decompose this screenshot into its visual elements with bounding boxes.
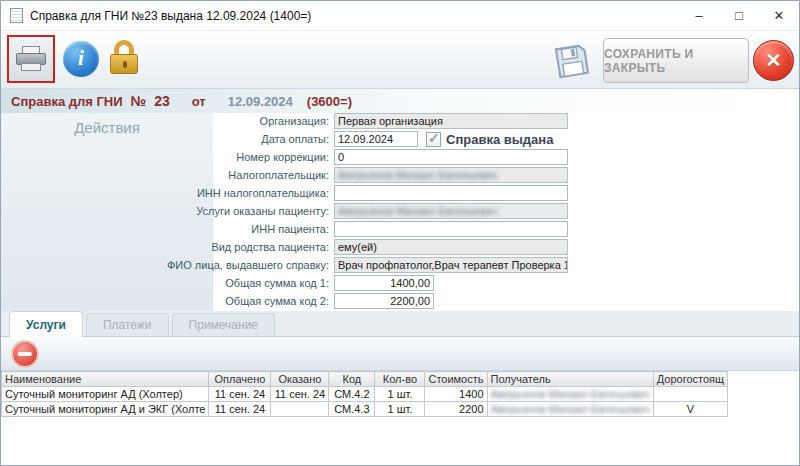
total-code1-field[interactable]: 1400,00 xyxy=(334,275,434,291)
cell-paid: 11 сен. 24 xyxy=(209,402,271,417)
services-table: Наименование Оплачено Оказано Код Кол-во… xyxy=(1,371,728,417)
close-icon: ✕ xyxy=(766,49,782,72)
cell-done: 11 сен. 24 xyxy=(271,387,329,402)
cell-done xyxy=(271,402,329,417)
check-icon: ✓ xyxy=(428,130,440,146)
toolbar: i СОХРАНИТЬ И ЗАКРЫТЬ ✕ xyxy=(1,31,799,89)
cell-code: СМ.4.3 xyxy=(329,402,375,417)
table-row[interactable]: Суточный мониторинг АД (Холтер) 11 сен. … xyxy=(2,387,728,402)
save-and-close-button[interactable]: СОХРАНИТЬ И ЗАКРЫТЬ xyxy=(603,38,749,83)
doc-number-label: № xyxy=(131,93,147,109)
doc-number: 23 xyxy=(154,93,170,109)
floppy-icon xyxy=(548,37,596,85)
payment-date-field[interactable]: 12.09.2024 xyxy=(334,131,418,147)
tab-bar: Услуги Платежи Примечание xyxy=(1,311,799,337)
remove-row-button[interactable] xyxy=(11,340,39,368)
field-label: ФИО лица, выдавшего справку: xyxy=(1,259,334,271)
cell-recipient: Аверьянов Михаил Евгеньевич xyxy=(487,402,653,417)
patient-field[interactable]: Аверьянов Михаил Евгеньевич xyxy=(334,203,568,219)
cell-expensive: V xyxy=(653,402,727,417)
field-label: ИНН налогоплательщика: xyxy=(1,187,334,199)
table-row[interactable]: Суточный мониторинг АД и ЭКГ (Холте 11 с… xyxy=(2,402,728,417)
column-header: Оплачено xyxy=(209,372,271,387)
close-button[interactable]: ✕ xyxy=(753,40,794,81)
cell-recipient: Аверьянов Михаил Евгеньевич xyxy=(487,387,653,402)
field-label: Вид родства пациента: xyxy=(1,241,334,253)
app-icon xyxy=(10,8,23,23)
column-header: Кол-во xyxy=(375,372,425,387)
redacted-name: Аверьянов Михаил Евгеньевич xyxy=(338,205,497,217)
cell-qty: 1 шт. xyxy=(375,387,425,402)
field-label: Услуги оказаны пациенту: xyxy=(1,205,334,217)
redacted-name: Аверьянов Михаил Евгеньевич xyxy=(491,388,650,400)
column-header: Получатель xyxy=(487,372,653,387)
lock-button[interactable] xyxy=(105,39,143,79)
field-label: Организация: xyxy=(1,115,334,127)
minus-icon xyxy=(18,352,32,356)
organization-field[interactable]: Первая организация xyxy=(334,113,568,129)
column-header: Наименование xyxy=(2,372,209,387)
table-header-row: Наименование Оплачено Оказано Код Кол-во… xyxy=(2,372,728,387)
field-label: Общая сумма код 1: xyxy=(1,277,334,289)
field-label: ИНН пациента: xyxy=(1,223,334,235)
column-header: Стоимость xyxy=(425,372,487,387)
doc-header-prefix: Справка для ГНИ xyxy=(11,94,123,109)
issuer-name-field[interactable]: Врач профпатолог,Врач терапевт Проверка … xyxy=(334,257,568,273)
field-label: Налогоплательщик: xyxy=(1,169,334,181)
minimize-button[interactable]: – xyxy=(679,1,719,30)
tab-payments[interactable]: Платежи xyxy=(86,313,169,336)
correction-number-field[interactable]: 0 xyxy=(334,149,568,165)
field-label: Номер коррекции: xyxy=(1,151,334,163)
document-header: Справка для ГНИ № 23 от 12.09.2024 (3600… xyxy=(1,89,799,113)
app-window: Справка для ГНИ №23 выдана 12.09.2024 (1… xyxy=(0,0,800,466)
patient-inn-field[interactable] xyxy=(334,221,568,237)
title-bar[interactable]: Справка для ГНИ №23 выдана 12.09.2024 (1… xyxy=(1,1,799,31)
print-button[interactable] xyxy=(7,35,55,83)
column-header: Дорогостоящ xyxy=(653,372,727,387)
tab-note[interactable]: Примечание xyxy=(172,313,275,336)
taxpayer-inn-field[interactable] xyxy=(334,185,568,201)
kinship-field[interactable]: ему(ей) xyxy=(334,239,568,255)
tab-services[interactable]: Услуги xyxy=(9,311,83,337)
cell-cost: 2200 xyxy=(425,402,487,417)
cell-code: СМ.4.2 xyxy=(329,387,375,402)
field-label: Дата оплаты: xyxy=(1,133,334,145)
printer-icon xyxy=(16,46,46,73)
cell-name: Суточный мониторинг АД и ЭКГ (Холте xyxy=(2,402,209,417)
cell-cost: 1400 xyxy=(425,387,487,402)
taxpayer-field[interactable]: Аверьянов Михаил Евгеньевич xyxy=(334,167,568,183)
column-header: Оказано xyxy=(271,372,329,387)
cell-paid: 11 сен. 24 xyxy=(209,387,271,402)
field-label: Общая сумма код 2: xyxy=(1,295,334,307)
issued-checkbox[interactable]: ✓ xyxy=(426,132,441,147)
cell-qty: 1 шт. xyxy=(375,402,425,417)
column-header: Код xyxy=(329,372,375,387)
issued-checkbox-label: Справка выдана xyxy=(446,132,553,147)
window-close-button[interactable]: ✕ xyxy=(759,1,799,30)
save-button[interactable] xyxy=(549,38,595,84)
info-button[interactable]: i xyxy=(63,41,99,77)
doc-from-label: от xyxy=(192,94,206,109)
cell-name: Суточный мониторинг АД (Холтер) xyxy=(2,387,209,402)
info-icon: i xyxy=(78,46,84,71)
redacted-name: Аверьянов Михаил Евгеньевич xyxy=(491,403,650,415)
cell-expensive xyxy=(653,387,727,402)
form: Организация: Первая организация Дата опл… xyxy=(1,113,621,311)
grid-toolbar xyxy=(1,337,799,371)
redacted-name: Аверьянов Михаил Евгеньевич xyxy=(338,169,497,181)
doc-amount: (3600=) xyxy=(307,94,352,109)
doc-date: 12.09.2024 xyxy=(228,94,293,109)
window-title: Справка для ГНИ №23 выдана 12.09.2024 (1… xyxy=(30,9,311,23)
maximize-button[interactable]: □ xyxy=(719,1,759,30)
total-code2-field[interactable]: 2200,00 xyxy=(334,293,434,309)
